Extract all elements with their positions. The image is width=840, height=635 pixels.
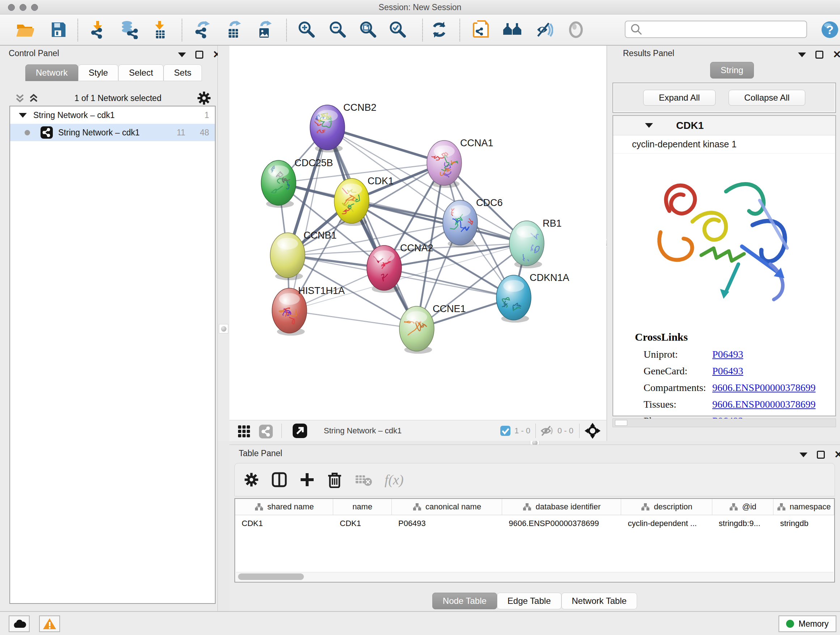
crosslink-link[interactable]: 9606.ENSP00000378699	[712, 382, 815, 394]
warning-button[interactable]	[39, 616, 60, 632]
network-node-CDKN1A[interactable]	[496, 275, 531, 323]
detach-view-icon[interactable]	[292, 423, 308, 439]
column-header-database-identifier[interactable]: database identifier	[502, 499, 621, 515]
panel-float-icon[interactable]	[195, 51, 203, 59]
home-icon[interactable]	[502, 19, 523, 40]
string-network-icon	[40, 126, 53, 139]
network-edge	[289, 127, 327, 310]
node-label-CCNE1: CCNE1	[433, 303, 466, 314]
delete-column-icon[interactable]	[327, 471, 343, 488]
import-network-file-icon[interactable]	[88, 19, 109, 40]
export-image-icon[interactable]	[254, 19, 275, 40]
results-hscroll-thumb[interactable]	[615, 420, 627, 426]
export-table-icon[interactable]	[223, 19, 244, 40]
table-cell[interactable]: stringdb	[774, 515, 834, 532]
import-table-icon[interactable]	[150, 19, 171, 40]
panel-menu-icon[interactable]	[798, 52, 806, 57]
column-header-namespace[interactable]: namespace	[774, 499, 834, 515]
help-icon[interactable]: ?	[819, 19, 840, 40]
panel-float-icon[interactable]	[817, 451, 825, 459]
collapse-all-chevron-icon[interactable]	[14, 92, 25, 104]
network-node-CDC25B[interactable]	[261, 160, 296, 208]
tab-network-table[interactable]: Network Table	[561, 593, 638, 609]
search-input[interactable]	[625, 21, 807, 38]
panel-menu-icon[interactable]	[178, 52, 186, 57]
zoom-in-icon[interactable]	[296, 19, 317, 40]
open-session-icon[interactable]	[14, 19, 35, 40]
panel-close-icon[interactable]: ✕	[833, 51, 840, 59]
tab-network[interactable]: Network	[25, 65, 78, 81]
add-column-icon[interactable]	[299, 472, 315, 488]
refresh-icon[interactable]	[429, 19, 450, 40]
table-row[interactable]: CDK1CDK1P064939606.ENSP00000378699cyclin…	[235, 515, 834, 532]
zoom-selected-icon[interactable]	[387, 19, 409, 40]
collapse-all-button[interactable]: Collapse All	[729, 90, 805, 106]
cloud-button[interactable]	[9, 616, 30, 632]
column-header-canonical-name[interactable]: canonical name	[392, 499, 502, 515]
table-cell[interactable]: CDK1	[333, 515, 392, 532]
tab-edge-table[interactable]: Edge Table	[497, 593, 561, 609]
tab-node-table[interactable]: Node Table	[432, 593, 497, 609]
column-network-icon	[729, 502, 738, 511]
collapse-section-icon[interactable]	[645, 123, 653, 128]
share-view-icon[interactable]	[258, 423, 273, 439]
birds-eye-toggle-icon[interactable]	[584, 422, 601, 440]
network-node-CCNE1[interactable]	[399, 306, 434, 354]
panel-float-icon[interactable]	[815, 51, 823, 59]
panel-close-icon[interactable]: ✕	[834, 451, 840, 459]
table-gear-icon[interactable]	[243, 472, 259, 488]
import-network-database-icon[interactable]	[118, 19, 140, 40]
network-node-CCNA2[interactable]	[367, 245, 401, 293]
table-cell[interactable]: CDK1	[235, 515, 333, 532]
zoom-fit-icon[interactable]	[358, 19, 379, 40]
table-cell[interactable]: cyclin-dependent ...	[621, 515, 712, 532]
crosslink-link[interactable]: P06493	[712, 348, 744, 360]
eye-icon[interactable]	[565, 19, 586, 40]
save-session-icon[interactable]	[48, 19, 69, 40]
tab-string[interactable]: String	[710, 62, 754, 79]
tree-expand-icon[interactable]	[19, 113, 27, 118]
tab-sets[interactable]: Sets	[164, 65, 202, 81]
node-result-header[interactable]: CDK1	[613, 116, 835, 135]
show-columns-icon[interactable]	[271, 471, 287, 488]
function-builder-icon[interactable]: f(x)	[385, 472, 404, 488]
left-splitter[interactable]	[218, 46, 229, 441]
gear-icon[interactable]	[197, 91, 211, 105]
table-cell[interactable]: P06493	[392, 515, 502, 532]
column-header-name[interactable]: name	[333, 499, 392, 515]
left-splitter-handle[interactable]	[219, 324, 228, 333]
show-hide-graphics-icon[interactable]	[533, 19, 554, 40]
network-view-title: String Network – cdk1	[324, 426, 401, 435]
hidden-eye-icon[interactable]	[540, 424, 554, 437]
delete-table-icon[interactable]	[355, 472, 372, 487]
table-cell[interactable]: stringdb:9...	[712, 515, 774, 532]
results-hscrollbar[interactable]	[613, 418, 836, 427]
network-canvas[interactable]: CCNB2CCNA1CDC25BCDK1CDC6RB1CCNB1CCNA2CDK…	[229, 46, 606, 420]
memory-button[interactable]: Memory	[778, 616, 836, 632]
crosslink-link[interactable]: 9606.ENSP00000378699	[712, 399, 815, 410]
column-header--id[interactable]: @id	[712, 499, 774, 515]
panel-menu-icon[interactable]	[799, 453, 807, 457]
expand-all-chevron-icon[interactable]	[28, 92, 39, 104]
column-header-description[interactable]: description	[621, 499, 712, 515]
search-icon	[629, 22, 644, 36]
tab-style[interactable]: Style	[78, 65, 118, 81]
crosslink-link[interactable]: P06493	[712, 365, 744, 377]
table-hscrollbar[interactable]	[236, 572, 834, 581]
tab-select[interactable]: Select	[118, 65, 164, 81]
network-row[interactable]: String Network – cdk1 11 48	[10, 124, 215, 141]
column-header-shared-name[interactable]: shared name	[235, 499, 333, 515]
table-cell[interactable]: 9606.ENSP00000378699	[502, 515, 621, 532]
network-node-CCNB2[interactable]	[310, 105, 345, 152]
table-hscroll-thumb[interactable]	[238, 573, 304, 580]
grid-view-icon[interactable]	[237, 423, 252, 439]
network-node-CCNA1[interactable]	[427, 141, 462, 188]
network-node-CCNB1[interactable]	[270, 233, 305, 280]
selected-checkbox-icon[interactable]	[500, 425, 511, 436]
expand-all-button[interactable]: Expand All	[643, 90, 715, 106]
export-network-icon[interactable]	[192, 19, 213, 40]
network-collection-row[interactable]: String Network – cdk1 1	[10, 106, 215, 124]
share-document-icon[interactable]	[471, 19, 492, 40]
network-node-RB1[interactable]	[509, 221, 544, 268]
zoom-out-icon[interactable]	[327, 19, 348, 40]
